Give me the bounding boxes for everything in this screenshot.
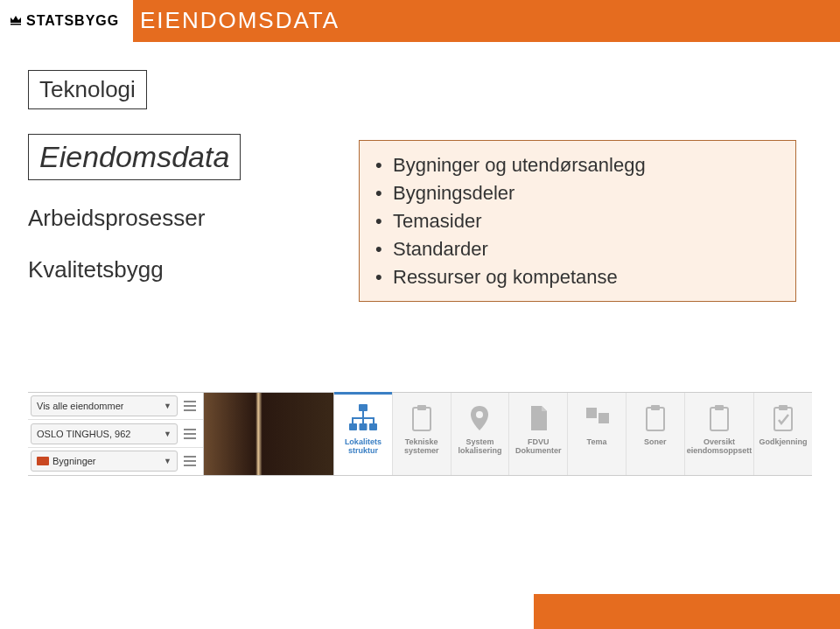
box-teknologi: Teknologi xyxy=(28,70,147,109)
svg-rect-12 xyxy=(710,408,728,430)
toolbar-tabs: Lokalitets struktur Tekniske systemer Sy… xyxy=(334,393,812,475)
dropdown-label: OSLO TINGHUS, 962 xyxy=(37,429,130,439)
svg-rect-6 xyxy=(417,405,426,410)
bullet-list: Bygninger og utendørsanlegg Bygningsdele… xyxy=(375,151,780,290)
svg-rect-3 xyxy=(359,423,367,430)
clipboard-icon xyxy=(635,398,676,438)
menu-icon[interactable] xyxy=(180,456,200,466)
crown-icon xyxy=(9,12,23,30)
logo-text: STATSBYGG xyxy=(26,13,119,29)
folder-icon xyxy=(37,457,49,465)
header-bar: STATSBYGG EIENDOMSDATA xyxy=(0,0,840,42)
tab-system-lokalisering[interactable]: System lokalisering xyxy=(452,393,510,475)
svg-rect-10 xyxy=(647,408,664,430)
svg-rect-13 xyxy=(715,405,724,410)
svg-rect-0 xyxy=(10,24,21,25)
dropdown-row: Bygninger ▼ xyxy=(28,448,203,475)
toolbar-left: Vis alle eiendommer ▼ OSLO TINGHUS, 962 … xyxy=(28,393,203,475)
bullet-item: Bygninger og utendørsanlegg xyxy=(375,151,780,179)
dropdown-label: Vis alle eiendommer xyxy=(37,401,123,411)
tab-label: Soner xyxy=(642,438,668,447)
tab-label: System lokalisering xyxy=(452,438,509,456)
clipboard-icon xyxy=(699,398,739,438)
tab-label: Godkjenning xyxy=(758,438,809,447)
tab-label: FDVU Dokumenter xyxy=(509,438,567,456)
chevron-down-icon: ▼ xyxy=(164,430,172,438)
dropdown-bygninger[interactable]: Bygninger ▼ xyxy=(31,451,178,472)
svg-point-7 xyxy=(476,411,483,418)
chevron-down-icon: ▼ xyxy=(164,402,172,410)
tab-label: Oversikt eiendomsoppsett xyxy=(685,438,754,456)
svg-rect-2 xyxy=(349,423,357,430)
document-icon xyxy=(518,398,558,438)
app-toolbar: Vis alle eiendommer ▼ OSLO TINGHUS, 962 … xyxy=(28,392,812,476)
bullet-panel: Bygninger og utendørsanlegg Bygningsdele… xyxy=(359,140,796,302)
dropdown-oslo-tinghus[interactable]: OSLO TINGHUS, 962 ▼ xyxy=(31,423,178,444)
svg-rect-8 xyxy=(586,408,597,418)
bullet-item: Bygningsdeler xyxy=(375,179,780,207)
dropdown-label: Bygninger xyxy=(52,456,96,466)
tab-oversikt-eiendomsoppsett[interactable]: Oversikt eiendomsoppsett xyxy=(685,393,755,475)
tab-tekniske-systemer[interactable]: Tekniske systemer xyxy=(393,393,452,475)
dropdown-all-eiendommer[interactable]: Vis alle eiendommer ▼ xyxy=(31,395,178,416)
line-arbeidsprosesser: Arbeidsprosesser xyxy=(28,205,290,232)
svg-rect-14 xyxy=(774,408,792,430)
svg-rect-15 xyxy=(779,405,788,410)
line-kvalitetsbygg: Kvalitetsbygg xyxy=(28,256,290,283)
svg-rect-9 xyxy=(598,413,609,423)
bullet-item: Ressurser og kompetanse xyxy=(375,263,780,291)
box-eiendomsdata: Eiendomsdata xyxy=(28,134,241,180)
dropdown-row: OSLO TINGHUS, 962 ▼ xyxy=(28,420,203,447)
footer-accent xyxy=(534,594,840,629)
svg-rect-11 xyxy=(651,405,660,410)
org-chart-icon xyxy=(343,398,383,438)
tab-lokalitets-struktur[interactable]: Lokalitets struktur xyxy=(334,393,393,475)
svg-rect-4 xyxy=(369,423,377,430)
map-pin-icon xyxy=(459,398,500,438)
tab-soner[interactable]: Soner xyxy=(626,393,685,475)
menu-icon[interactable] xyxy=(180,401,200,411)
squares-icon xyxy=(577,398,617,438)
clipboard-icon xyxy=(402,398,442,438)
logo-box: STATSBYGG xyxy=(0,0,133,42)
bullet-item: Temasider xyxy=(375,207,780,235)
tab-label: Lokalitets struktur xyxy=(334,438,392,456)
tab-tema[interactable]: Tema xyxy=(568,393,626,475)
tab-label: Tekniske systemer xyxy=(393,438,451,456)
left-column: Teknologi Eiendomsdata Arbeidsprosesser … xyxy=(28,70,290,308)
bullet-item: Standarder xyxy=(375,235,780,263)
clipboard-check-icon xyxy=(763,398,803,438)
svg-rect-5 xyxy=(413,408,430,430)
tab-fdvu-dokumenter[interactable]: FDVU Dokumenter xyxy=(509,393,568,475)
dropdown-row: Vis alle eiendommer ▼ xyxy=(28,393,203,420)
page-title: EIENDOMSDATA xyxy=(140,7,340,34)
tab-godkjenning[interactable]: Godkjenning xyxy=(754,393,812,475)
chevron-down-icon: ▼ xyxy=(164,457,172,465)
tab-label: Tema xyxy=(585,438,609,447)
menu-icon[interactable] xyxy=(180,429,200,439)
svg-rect-1 xyxy=(359,404,368,411)
building-thumbnail xyxy=(203,393,334,475)
